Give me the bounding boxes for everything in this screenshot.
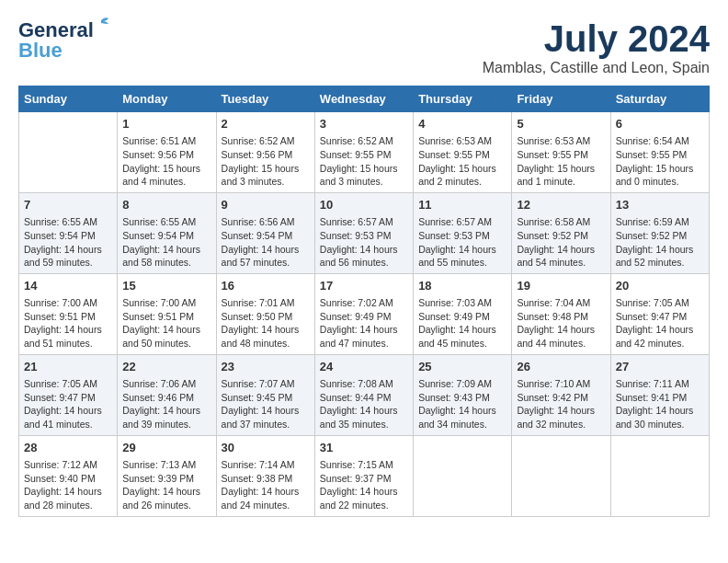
cell-text: Daylight: 14 hours [418,323,506,337]
cell-text: Daylight: 14 hours [222,243,310,257]
cell-text: Sunset: 9:42 PM [517,391,605,405]
cell-text: Sunset: 9:55 PM [517,148,605,162]
cell-text: Daylight: 14 hours [24,404,112,418]
day-number: 4 [418,116,506,132]
cell-text: Sunrise: 7:03 AM [418,296,506,310]
calendar-cell: 11Sunrise: 6:57 AMSunset: 9:53 PMDayligh… [414,192,512,273]
cell-text: and 55 minutes. [418,256,506,270]
cell-text: Sunrise: 6:52 AM [222,134,310,148]
calendar-cell: 17Sunrise: 7:02 AMSunset: 9:49 PMDayligh… [314,273,413,354]
calendar-cell: 3Sunrise: 6:52 AMSunset: 9:55 PMDaylight… [314,112,413,193]
cell-text: Sunrise: 6:51 AM [122,134,210,148]
cell-text: and 54 minutes. [517,256,605,270]
cell-text: Daylight: 14 hours [418,404,506,418]
week-row-4: 21Sunrise: 7:05 AMSunset: 9:47 PMDayligh… [19,354,710,435]
cell-text: Daylight: 14 hours [122,485,210,499]
cell-text: Sunrise: 6:55 AM [24,215,112,229]
cell-text: and 44 minutes. [517,337,605,350]
cell-text: Sunset: 9:54 PM [122,229,210,243]
cell-text: and 41 minutes. [24,418,112,431]
cell-text: Sunset: 9:46 PM [122,391,210,405]
logo-general: General [18,18,94,41]
cell-text: Sunrise: 7:09 AM [418,377,506,391]
cell-text: Daylight: 14 hours [122,243,210,257]
calendar-cell: 1Sunrise: 6:51 AMSunset: 9:56 PMDaylight… [118,112,216,193]
cell-text: and 45 minutes. [418,337,506,350]
cell-text: Sunrise: 6:53 AM [418,134,506,148]
week-row-2: 7Sunrise: 6:55 AMSunset: 9:54 PMDaylight… [19,192,710,273]
day-number: 13 [616,197,704,213]
day-number: 29 [122,440,210,456]
cell-text: Sunset: 9:52 PM [616,229,704,243]
calendar-cell: 16Sunrise: 7:01 AMSunset: 9:50 PMDayligh… [216,273,314,354]
day-header-wednesday: Wednesday [314,86,413,112]
cell-text: Daylight: 14 hours [616,323,704,337]
calendar-cell: 8Sunrise: 6:55 AMSunset: 9:54 PMDaylight… [118,192,216,273]
cell-text: Sunset: 9:38 PM [222,472,310,486]
cell-text: Daylight: 15 hours [320,162,408,176]
cell-text: Sunrise: 6:52 AM [320,134,408,148]
day-number: 3 [320,116,408,132]
cell-text: and 57 minutes. [222,256,310,270]
day-number: 2 [222,116,310,132]
cell-text: and 34 minutes. [418,418,506,431]
cell-text: and 28 minutes. [24,499,112,512]
cell-text: Daylight: 14 hours [517,243,605,257]
calendar-body: 1Sunrise: 6:51 AMSunset: 9:56 PMDaylight… [19,112,710,517]
calendar-cell: 12Sunrise: 6:58 AMSunset: 9:52 PMDayligh… [512,192,610,273]
cell-text: Sunset: 9:51 PM [122,310,210,324]
day-number: 21 [24,359,112,375]
cell-text: Sunrise: 7:11 AM [616,377,704,391]
calendar-cell: 18Sunrise: 7:03 AMSunset: 9:49 PMDayligh… [414,273,512,354]
cell-text: Sunrise: 6:58 AM [517,215,605,229]
cell-text: Daylight: 14 hours [517,404,605,418]
calendar-cell: 4Sunrise: 6:53 AMSunset: 9:55 PMDaylight… [414,112,512,193]
calendar-table: SundayMondayTuesdayWednesdayThursdayFrid… [18,86,710,517]
cell-text: Sunset: 9:54 PM [24,229,112,243]
cell-text: Daylight: 15 hours [222,162,310,176]
page-header: General Blue July 2024 Mamblas, Castille… [18,18,710,76]
cell-text: Daylight: 15 hours [517,162,605,176]
day-number: 14 [24,278,112,294]
cell-text: Sunset: 9:55 PM [616,148,704,162]
cell-text: Sunset: 9:55 PM [418,148,506,162]
cell-text: Sunrise: 6:59 AM [616,215,704,229]
cell-text: Sunrise: 6:57 AM [418,215,506,229]
cell-text: Sunset: 9:47 PM [24,391,112,405]
calendar-cell: 6Sunrise: 6:54 AMSunset: 9:55 PMDaylight… [610,112,709,193]
cell-text: Sunset: 9:49 PM [418,310,506,324]
cell-text: Daylight: 14 hours [320,243,408,257]
day-number: 10 [320,197,408,213]
cell-text: Sunrise: 7:15 AM [320,458,408,472]
cell-text: Sunset: 9:44 PM [320,391,408,405]
cell-text: and 58 minutes. [122,256,210,270]
cell-text: and 35 minutes. [320,418,408,431]
cell-text: Sunrise: 7:00 AM [122,296,210,310]
cell-text: Daylight: 14 hours [122,404,210,418]
cell-text: Sunrise: 7:01 AM [222,296,310,310]
cell-text: Daylight: 14 hours [24,485,112,499]
calendar-cell: 26Sunrise: 7:10 AMSunset: 9:42 PMDayligh… [512,354,610,435]
cell-text: and 37 minutes. [222,418,310,431]
day-number: 1 [122,116,210,132]
cell-text: Sunrise: 7:06 AM [122,377,210,391]
cell-text: Sunrise: 6:55 AM [122,215,210,229]
cell-text: Sunrise: 6:54 AM [616,134,704,148]
logo-bird-icon [92,15,110,33]
cell-text: Daylight: 14 hours [320,485,408,499]
cell-text: Daylight: 14 hours [320,404,408,418]
cell-text: Sunset: 9:56 PM [222,148,310,162]
cell-text: and 48 minutes. [222,337,310,350]
cell-text: and 51 minutes. [24,337,112,350]
cell-text: Sunrise: 7:00 AM [24,296,112,310]
cell-text: Sunrise: 7:05 AM [24,377,112,391]
cell-text: Sunrise: 7:13 AM [122,458,210,472]
calendar-cell: 5Sunrise: 6:53 AMSunset: 9:55 PMDaylight… [512,112,610,193]
cell-text: and 22 minutes. [320,499,408,512]
day-header-friday: Friday [512,86,610,112]
calendar-cell: 28Sunrise: 7:12 AMSunset: 9:40 PMDayligh… [19,435,118,516]
day-number: 25 [418,359,506,375]
cell-text: and 56 minutes. [320,256,408,270]
cell-text: Sunset: 9:47 PM [616,310,704,324]
cell-text: and 26 minutes. [122,499,210,512]
